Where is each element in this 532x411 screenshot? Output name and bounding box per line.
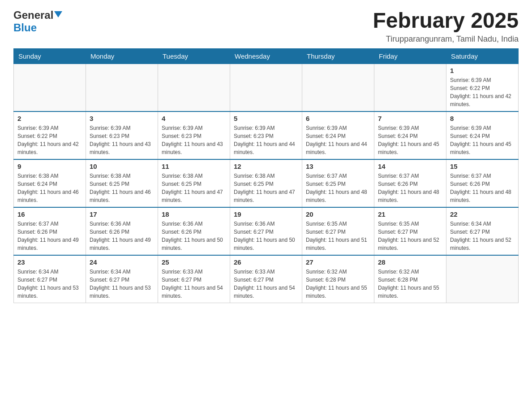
day-number: 22 — [450, 210, 515, 218]
day-number: 27 — [306, 258, 370, 266]
day-info: Sunrise: 6:33 AM Sunset: 6:27 PM Dayligh… — [162, 268, 226, 300]
day-number: 9 — [17, 163, 82, 170]
day-info: Sunrise: 6:39 AM Sunset: 6:22 PM Dayligh… — [17, 124, 82, 156]
calendar-table: SundayMondayTuesdayWednesdayThursdayFrid… — [13, 48, 519, 303]
day-number: 8 — [450, 115, 515, 122]
day-number: 3 — [90, 115, 154, 122]
calendar-cell: 6Sunrise: 6:39 AM Sunset: 6:24 PM Daylig… — [302, 111, 374, 159]
calendar-cell: 11Sunrise: 6:38 AM Sunset: 6:25 PM Dayli… — [158, 159, 230, 207]
day-info: Sunrise: 6:32 AM Sunset: 6:28 PM Dayligh… — [306, 268, 370, 300]
calendar-cell: 14Sunrise: 6:37 AM Sunset: 6:26 PM Dayli… — [374, 159, 446, 207]
day-number: 5 — [234, 115, 298, 122]
calendar-cell: 2Sunrise: 6:39 AM Sunset: 6:22 PM Daylig… — [14, 111, 86, 159]
day-info: Sunrise: 6:39 AM Sunset: 6:23 PM Dayligh… — [90, 124, 154, 156]
calendar-cell: 20Sunrise: 6:35 AM Sunset: 6:27 PM Dayli… — [302, 207, 374, 255]
day-header-monday: Monday — [86, 48, 158, 64]
calendar-cell: 13Sunrise: 6:37 AM Sunset: 6:25 PM Dayli… — [302, 159, 374, 207]
week-row-4: 16Sunrise: 6:37 AM Sunset: 6:26 PM Dayli… — [14, 207, 519, 255]
day-info: Sunrise: 6:38 AM Sunset: 6:25 PM Dayligh… — [234, 172, 298, 204]
day-info: Sunrise: 6:38 AM Sunset: 6:24 PM Dayligh… — [17, 172, 82, 204]
month-title: February 2025 — [373, 9, 519, 33]
day-number: 7 — [378, 115, 442, 122]
calendar-cell: 7Sunrise: 6:39 AM Sunset: 6:24 PM Daylig… — [374, 111, 446, 159]
day-number: 21 — [378, 210, 442, 218]
day-number: 24 — [90, 258, 154, 266]
day-info: Sunrise: 6:38 AM Sunset: 6:25 PM Dayligh… — [162, 172, 226, 204]
day-info: Sunrise: 6:36 AM Sunset: 6:26 PM Dayligh… — [90, 220, 154, 252]
svg-marker-0 — [54, 11, 62, 17]
day-number: 11 — [162, 163, 226, 170]
calendar-cell: 25Sunrise: 6:33 AM Sunset: 6:27 PM Dayli… — [158, 255, 230, 303]
calendar-cell: 9Sunrise: 6:38 AM Sunset: 6:24 PM Daylig… — [14, 159, 86, 207]
day-header-thursday: Thursday — [302, 48, 374, 64]
calendar-cell: 22Sunrise: 6:34 AM Sunset: 6:27 PM Dayli… — [446, 207, 519, 255]
logo: General Blue — [13, 9, 62, 34]
day-number: 10 — [90, 163, 154, 170]
day-number: 25 — [162, 258, 226, 266]
day-header-sunday: Sunday — [14, 48, 86, 64]
day-header-friday: Friday — [374, 48, 446, 64]
calendar-cell: 16Sunrise: 6:37 AM Sunset: 6:26 PM Dayli… — [14, 207, 86, 255]
calendar-cell: 17Sunrise: 6:36 AM Sunset: 6:26 PM Dayli… — [86, 207, 158, 255]
calendar-cell — [374, 64, 446, 111]
day-info: Sunrise: 6:33 AM Sunset: 6:27 PM Dayligh… — [234, 268, 298, 300]
day-header-tuesday: Tuesday — [158, 48, 230, 64]
day-info: Sunrise: 6:39 AM Sunset: 6:22 PM Dayligh… — [450, 76, 515, 108]
day-number: 1 — [450, 67, 515, 74]
logo-blue-text: Blue — [13, 21, 37, 34]
calendar-cell: 23Sunrise: 6:34 AM Sunset: 6:27 PM Dayli… — [14, 255, 86, 303]
calendar-cell: 18Sunrise: 6:36 AM Sunset: 6:26 PM Dayli… — [158, 207, 230, 255]
day-info: Sunrise: 6:37 AM Sunset: 6:26 PM Dayligh… — [450, 172, 515, 204]
calendar-cell: 8Sunrise: 6:39 AM Sunset: 6:24 PM Daylig… — [446, 111, 519, 159]
calendar-cell: 27Sunrise: 6:32 AM Sunset: 6:28 PM Dayli… — [302, 255, 374, 303]
calendar-cell: 12Sunrise: 6:38 AM Sunset: 6:25 PM Dayli… — [230, 159, 302, 207]
day-info: Sunrise: 6:35 AM Sunset: 6:27 PM Dayligh… — [378, 220, 442, 252]
day-number: 23 — [17, 258, 82, 266]
day-info: Sunrise: 6:39 AM Sunset: 6:23 PM Dayligh… — [234, 124, 298, 156]
day-number: 28 — [378, 258, 442, 266]
calendar-cell — [446, 255, 519, 303]
calendar-cell: 3Sunrise: 6:39 AM Sunset: 6:23 PM Daylig… — [86, 111, 158, 159]
day-number: 18 — [162, 210, 226, 218]
day-info: Sunrise: 6:39 AM Sunset: 6:23 PM Dayligh… — [162, 124, 226, 156]
logo-arrow-icon — [54, 11, 62, 19]
day-info: Sunrise: 6:37 AM Sunset: 6:26 PM Dayligh… — [17, 220, 82, 252]
calendar-cell: 28Sunrise: 6:32 AM Sunset: 6:28 PM Dayli… — [374, 255, 446, 303]
calendar-cell — [86, 64, 158, 111]
day-number: 20 — [306, 210, 370, 218]
day-info: Sunrise: 6:35 AM Sunset: 6:27 PM Dayligh… — [306, 220, 370, 252]
day-number: 17 — [90, 210, 154, 218]
day-number: 15 — [450, 163, 515, 170]
day-number: 16 — [17, 210, 82, 218]
day-info: Sunrise: 6:37 AM Sunset: 6:25 PM Dayligh… — [306, 172, 370, 204]
day-info: Sunrise: 6:39 AM Sunset: 6:24 PM Dayligh… — [450, 124, 515, 156]
week-row-3: 9Sunrise: 6:38 AM Sunset: 6:24 PM Daylig… — [14, 159, 519, 207]
day-info: Sunrise: 6:34 AM Sunset: 6:27 PM Dayligh… — [17, 268, 82, 300]
calendar-cell: 21Sunrise: 6:35 AM Sunset: 6:27 PM Dayli… — [374, 207, 446, 255]
day-header-saturday: Saturday — [446, 48, 519, 64]
calendar-cell: 26Sunrise: 6:33 AM Sunset: 6:27 PM Dayli… — [230, 255, 302, 303]
calendar-cell: 5Sunrise: 6:39 AM Sunset: 6:23 PM Daylig… — [230, 111, 302, 159]
day-number: 2 — [17, 115, 82, 122]
day-info: Sunrise: 6:32 AM Sunset: 6:28 PM Dayligh… — [378, 268, 442, 300]
calendar-cell: 4Sunrise: 6:39 AM Sunset: 6:23 PM Daylig… — [158, 111, 230, 159]
day-header-wednesday: Wednesday — [230, 48, 302, 64]
day-info: Sunrise: 6:36 AM Sunset: 6:27 PM Dayligh… — [234, 220, 298, 252]
day-info: Sunrise: 6:39 AM Sunset: 6:24 PM Dayligh… — [378, 124, 442, 156]
week-row-1: 1Sunrise: 6:39 AM Sunset: 6:22 PM Daylig… — [14, 64, 519, 111]
calendar-cell: 19Sunrise: 6:36 AM Sunset: 6:27 PM Dayli… — [230, 207, 302, 255]
calendar-cell — [158, 64, 230, 111]
calendar-cell: 10Sunrise: 6:38 AM Sunset: 6:25 PM Dayli… — [86, 159, 158, 207]
week-row-2: 2Sunrise: 6:39 AM Sunset: 6:22 PM Daylig… — [14, 111, 519, 159]
logo-general-text: General — [13, 9, 53, 21]
calendar-header-row: SundayMondayTuesdayWednesdayThursdayFrid… — [14, 48, 519, 64]
day-number: 26 — [234, 258, 298, 266]
day-number: 12 — [234, 163, 298, 170]
calendar-cell: 15Sunrise: 6:37 AM Sunset: 6:26 PM Dayli… — [446, 159, 519, 207]
day-number: 14 — [378, 163, 442, 170]
calendar-cell — [14, 64, 86, 111]
day-info: Sunrise: 6:34 AM Sunset: 6:27 PM Dayligh… — [90, 268, 154, 300]
calendar-cell — [302, 64, 374, 111]
calendar-cell — [230, 64, 302, 111]
day-number: 13 — [306, 163, 370, 170]
